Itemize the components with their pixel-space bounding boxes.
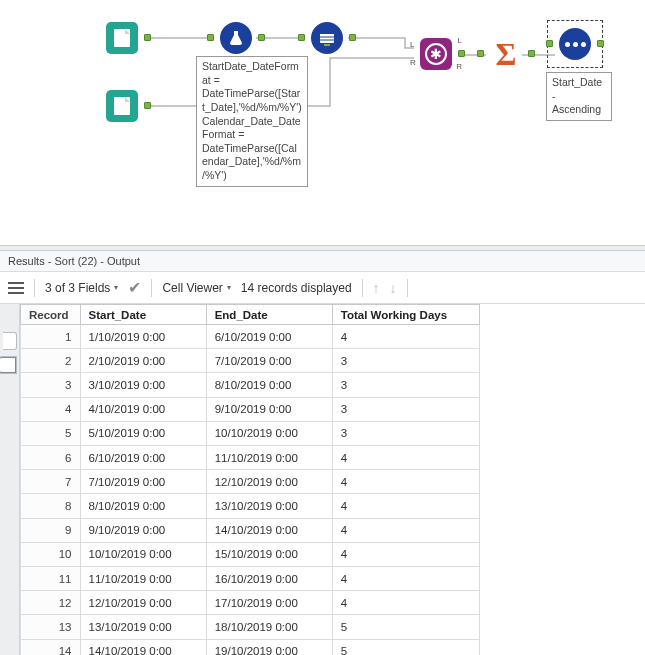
cell-total-days: 5 bbox=[332, 615, 479, 639]
table-row[interactable]: 99/10/2019 0:0014/10/2019 0:004 bbox=[21, 518, 480, 542]
check-icon[interactable]: ✔ bbox=[128, 278, 141, 297]
sort-label: Start_Date - Ascending bbox=[546, 72, 612, 121]
table-row[interactable]: 77/10/2019 0:0012/10/2019 0:004 bbox=[21, 470, 480, 494]
cell-record: 5 bbox=[21, 421, 81, 445]
cell-start-date: 6/10/2019 0:00 bbox=[80, 446, 206, 470]
results-grid[interactable]: Record Start_Date End_Date Total Working… bbox=[20, 304, 480, 655]
cell-record: 9 bbox=[21, 518, 81, 542]
svg-rect-6 bbox=[320, 31, 334, 34]
join-tool[interactable]: L R L J R bbox=[418, 36, 454, 72]
cell-record: 10 bbox=[21, 542, 81, 566]
col-record[interactable]: Record bbox=[21, 305, 81, 325]
table-row[interactable]: 1313/10/2019 0:0018/10/2019 0:005 bbox=[21, 615, 480, 639]
workflow-canvas[interactable]: L R L J R Σ StartDate_DateFormat = DateT… bbox=[0, 0, 645, 245]
cell-total-days: 4 bbox=[332, 325, 479, 349]
arrow-down-icon[interactable]: ↓ bbox=[390, 280, 397, 296]
cell-total-days: 3 bbox=[332, 349, 479, 373]
cell-end-date: 15/10/2019 0:00 bbox=[206, 542, 332, 566]
table-row[interactable]: 11/10/2019 0:006/10/2019 0:004 bbox=[21, 325, 480, 349]
input-tool-1[interactable] bbox=[104, 20, 140, 56]
table-row[interactable]: 1212/10/2019 0:0017/10/2019 0:004 bbox=[21, 591, 480, 615]
fields-dropdown-label: 3 of 3 Fields bbox=[45, 281, 110, 295]
cell-end-date: 14/10/2019 0:00 bbox=[206, 518, 332, 542]
table-row[interactable]: 44/10/2019 0:009/10/2019 0:003 bbox=[21, 397, 480, 421]
cell-end-date: 19/10/2019 0:00 bbox=[206, 639, 332, 655]
cell-record: 11 bbox=[21, 567, 81, 591]
cell-total-days: 3 bbox=[332, 373, 479, 397]
grid-header-row: Record Start_Date End_Date Total Working… bbox=[21, 305, 480, 325]
results-panel-title: Results - Sort (22) - Output bbox=[0, 251, 645, 272]
sort-tool[interactable] bbox=[557, 26, 593, 62]
cell-start-date: 3/10/2019 0:00 bbox=[80, 373, 206, 397]
cell-start-date: 7/10/2019 0:00 bbox=[80, 470, 206, 494]
cell-start-date: 2/10/2019 0:00 bbox=[80, 349, 206, 373]
cell-end-date: 18/10/2019 0:00 bbox=[206, 615, 332, 639]
table-row[interactable]: 88/10/2019 0:0013/10/2019 0:004 bbox=[21, 494, 480, 518]
rail-tab-1[interactable] bbox=[3, 332, 17, 350]
cell-start-date: 13/10/2019 0:00 bbox=[80, 615, 206, 639]
svg-rect-11 bbox=[8, 287, 24, 289]
col-end-date[interactable]: End_Date bbox=[206, 305, 332, 325]
cell-total-days: 4 bbox=[332, 494, 479, 518]
columns-icon bbox=[311, 22, 343, 54]
svg-rect-12 bbox=[8, 292, 24, 294]
fields-dropdown[interactable]: 3 of 3 Fields ▾ bbox=[45, 281, 118, 295]
cell-record: 7 bbox=[21, 470, 81, 494]
document-icon bbox=[114, 97, 130, 115]
table-row[interactable]: 55/10/2019 0:0010/10/2019 0:003 bbox=[21, 421, 480, 445]
menu-icon[interactable] bbox=[8, 280, 24, 296]
results-side-rail bbox=[0, 304, 20, 655]
cell-record: 3 bbox=[21, 373, 81, 397]
arrow-up-icon[interactable]: ↑ bbox=[373, 280, 380, 296]
cell-total-days: 4 bbox=[332, 542, 479, 566]
cell-start-date: 14/10/2019 0:00 bbox=[80, 639, 206, 655]
cell-record: 13 bbox=[21, 615, 81, 639]
table-row[interactable]: 22/10/2019 0:007/10/2019 0:003 bbox=[21, 349, 480, 373]
table-row[interactable]: 33/10/2019 0:008/10/2019 0:003 bbox=[21, 373, 480, 397]
input-tool-2[interactable] bbox=[104, 88, 140, 124]
cell-total-days: 3 bbox=[332, 397, 479, 421]
cell-end-date: 7/10/2019 0:00 bbox=[206, 349, 332, 373]
cell-start-date: 4/10/2019 0:00 bbox=[80, 397, 206, 421]
table-row[interactable]: 1414/10/2019 0:0019/10/2019 0:005 bbox=[21, 639, 480, 655]
cell-viewer-dropdown[interactable]: Cell Viewer ▾ bbox=[162, 281, 230, 295]
cell-end-date: 8/10/2019 0:00 bbox=[206, 373, 332, 397]
cell-total-days: 4 bbox=[332, 446, 479, 470]
svg-rect-9 bbox=[324, 44, 330, 46]
cell-start-date: 8/10/2019 0:00 bbox=[80, 494, 206, 518]
cell-end-date: 17/10/2019 0:00 bbox=[206, 591, 332, 615]
cell-start-date: 11/10/2019 0:00 bbox=[80, 567, 206, 591]
dots-icon bbox=[559, 28, 591, 60]
cell-end-date: 16/10/2019 0:00 bbox=[206, 567, 332, 591]
cell-end-date: 13/10/2019 0:00 bbox=[206, 494, 332, 518]
join-icon bbox=[425, 43, 447, 65]
summarize-tool[interactable]: Σ bbox=[488, 36, 524, 72]
formula-tool-1[interactable] bbox=[218, 20, 254, 56]
col-start-date[interactable]: Start_Date bbox=[80, 305, 206, 325]
results-toolbar: 3 of 3 Fields ▾ ✔ Cell Viewer ▾ 14 recor… bbox=[0, 272, 645, 304]
cell-record: 1 bbox=[21, 325, 81, 349]
cell-start-date: 9/10/2019 0:00 bbox=[80, 518, 206, 542]
records-count-text: 14 records displayed bbox=[241, 281, 352, 295]
cell-start-date: 12/10/2019 0:00 bbox=[80, 591, 206, 615]
cell-total-days: 4 bbox=[332, 470, 479, 494]
chevron-down-icon: ▾ bbox=[114, 283, 118, 292]
document-icon bbox=[114, 29, 130, 47]
col-total-days[interactable]: Total Working Days bbox=[332, 305, 479, 325]
table-row[interactable]: 1010/10/2019 0:0015/10/2019 0:004 bbox=[21, 542, 480, 566]
cell-viewer-label: Cell Viewer bbox=[162, 281, 222, 295]
sigma-icon: Σ bbox=[496, 38, 517, 70]
cell-total-days: 4 bbox=[332, 567, 479, 591]
select-tool[interactable] bbox=[309, 20, 345, 56]
cell-end-date: 11/10/2019 0:00 bbox=[206, 446, 332, 470]
cell-record: 2 bbox=[21, 349, 81, 373]
table-row[interactable]: 66/10/2019 0:0011/10/2019 0:004 bbox=[21, 446, 480, 470]
rail-tab-2[interactable] bbox=[0, 356, 17, 374]
table-row[interactable]: 1111/10/2019 0:0016/10/2019 0:004 bbox=[21, 567, 480, 591]
cell-end-date: 10/10/2019 0:00 bbox=[206, 421, 332, 445]
cell-record: 14 bbox=[21, 639, 81, 655]
chevron-down-icon: ▾ bbox=[227, 283, 231, 292]
cell-end-date: 12/10/2019 0:00 bbox=[206, 470, 332, 494]
flask-icon bbox=[220, 22, 252, 54]
cell-record: 6 bbox=[21, 446, 81, 470]
